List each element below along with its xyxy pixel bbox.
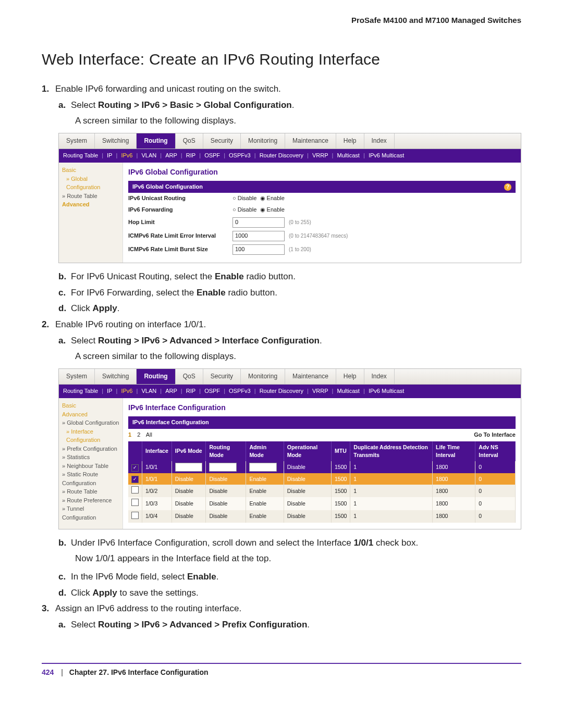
subtab-routing-table[interactable]: Routing Table	[63, 152, 98, 158]
sidebar-item[interactable]: » Tunnel Configuration	[62, 504, 119, 522]
text-input[interactable]: 1000	[232, 231, 285, 241]
sidebar-item[interactable]: » Prefix Configuration	[62, 445, 119, 453]
sidebar-item[interactable]: » Global Configuration	[62, 418, 119, 427]
subtab-ipv6[interactable]: IPv6	[121, 388, 132, 394]
dropdown[interactable]: Enable▼	[249, 463, 277, 472]
sidebar-item[interactable]: » Statistics	[62, 453, 119, 462]
subtab-rip[interactable]: RIP	[186, 388, 195, 394]
radio-disable[interactable]: ○ Disable	[232, 195, 260, 201]
tab-system[interactable]: System	[59, 369, 95, 384]
subtab-vrrp[interactable]: VRRP	[312, 388, 328, 394]
interface-table: InterfaceIPv6 ModeRouting ModeAdmin Mode…	[128, 441, 516, 523]
subtab-vlan[interactable]: VLAN	[141, 152, 156, 158]
step-3a: a.Select Routing > IPv6 > Advanced > Pre…	[58, 619, 521, 632]
tab-monitoring[interactable]: Monitoring	[241, 133, 285, 149]
tab-monitoring[interactable]: Monitoring	[241, 369, 285, 384]
subtab-vlan[interactable]: VLAN	[141, 388, 156, 394]
subtab-vrrp[interactable]: VRRP	[312, 152, 328, 158]
cell: Enable▼	[246, 461, 284, 473]
table-row[interactable]: 1/0/3DisableDisableEnableDisable15001180…	[128, 497, 516, 510]
subtab-ospfv3[interactable]: OSPFv3	[229, 152, 251, 158]
table-row[interactable]: 1/0/2DisableDisableEnableDisable15001180…	[128, 485, 516, 497]
cell: Disable	[206, 485, 246, 497]
tab-qos[interactable]: QoS	[176, 369, 203, 384]
subtab-routing-table[interactable]: Routing Table	[63, 388, 98, 394]
tab-security[interactable]: Security	[203, 133, 241, 149]
tab-index[interactable]: Index	[364, 133, 395, 149]
subtab-ospfv3[interactable]: OSPFv3	[229, 388, 251, 394]
subtab-router-discovery[interactable]: Router Discovery	[260, 388, 303, 394]
sidebar-item[interactable]: » Interface Configuration	[62, 427, 119, 445]
help-icon[interactable]: ?	[504, 183, 511, 191]
tab-system[interactable]: System	[59, 133, 95, 149]
sidebar-item[interactable]: Basic	[62, 401, 119, 410]
radio-disable[interactable]: ○ Disable	[232, 206, 260, 213]
step-3-num: 3.	[42, 602, 55, 615]
subtab-ipv6-multicast[interactable]: IPv6 Multicast	[369, 152, 404, 158]
table-row[interactable]: 1/0/4DisableDisableEnableDisable15001180…	[128, 510, 516, 523]
subtab-arp[interactable]: ARP	[165, 388, 177, 394]
col-header: Duplicate Address Detection Transmits	[350, 441, 433, 461]
row-checkbox[interactable]	[131, 499, 139, 506]
tab-switching[interactable]: Switching	[95, 369, 137, 384]
tab-help[interactable]: Help	[336, 133, 364, 149]
table-row[interactable]: 1/0/1DisableDisableEnableDisable15001180…	[128, 473, 516, 485]
cell: Disable	[172, 473, 206, 485]
radio-enable[interactable]: ◉ Enable	[260, 195, 288, 201]
dropdown[interactable]: Enable▼	[175, 463, 203, 472]
sidebar-item[interactable]: » Neighbour Table	[62, 462, 119, 471]
radio-enable[interactable]: ◉ Enable	[260, 206, 288, 213]
subtab-multicast[interactable]: Multicast	[337, 152, 360, 158]
tab-switching[interactable]: Switching	[95, 133, 137, 149]
sidebar-global-config[interactable]: » Global Configuration	[62, 175, 119, 192]
subtab-ipv6[interactable]: IPv6	[121, 152, 132, 158]
row-checkbox[interactable]	[131, 476, 139, 483]
label-2c: c.	[58, 571, 71, 584]
section-bar-label: IPv6 Interface Configuration	[132, 418, 209, 427]
tab-index[interactable]: Index	[364, 369, 395, 384]
tab-qos[interactable]: QoS	[176, 133, 203, 149]
sidebar-item[interactable]: » Route Preference	[62, 496, 119, 505]
row-checkbox[interactable]	[131, 512, 139, 519]
cell: Enable	[246, 497, 284, 510]
step-3: 3.Assign an IPv6 address to the routing …	[42, 602, 521, 631]
tab-maintenance[interactable]: Maintenance	[285, 133, 336, 149]
tab-routing[interactable]: Routing	[137, 369, 175, 384]
subtab-router-discovery[interactable]: Router Discovery	[260, 152, 303, 158]
tab-routing[interactable]: Routing	[137, 133, 175, 149]
txt: .	[320, 336, 322, 346]
ui-content: IPv6 Interface Configuration IPv6 Interf…	[123, 398, 521, 528]
subtab-rip[interactable]: RIP	[186, 152, 195, 158]
sidebar-item[interactable]: Advanced	[62, 410, 119, 419]
subtab-ip[interactable]: IP	[107, 388, 112, 394]
table-row[interactable]: 1/0/1Enable▼Enable▼Enable▼Disable1500118…	[128, 461, 516, 473]
sidebar-item[interactable]: » Static Route Configuration	[62, 470, 119, 487]
tab-maintenance[interactable]: Maintenance	[285, 369, 336, 384]
footer: 424 | Chapter 27. IPv6 Interface Configu…	[42, 668, 521, 676]
tab-help[interactable]: Help	[336, 369, 364, 384]
row-checkbox[interactable]	[131, 486, 139, 493]
pager-2[interactable]: 2	[137, 431, 140, 438]
text-input[interactable]: 0	[232, 217, 285, 228]
goto-interface[interactable]: Go To Interface	[474, 431, 516, 439]
subtab-multicast[interactable]: Multicast	[337, 388, 360, 394]
sidebar-advanced[interactable]: Advanced	[62, 200, 119, 209]
subtab-ospf[interactable]: OSPF	[204, 152, 220, 158]
field-label: ICMPv6 Rate Limit Burst Size	[128, 245, 232, 254]
sidebar-route-table[interactable]: » Route Table	[62, 192, 119, 201]
tab-security[interactable]: Security	[203, 369, 241, 384]
txt: to save the settings.	[117, 588, 199, 598]
dropdown[interactable]: Enable▼	[209, 463, 237, 472]
subtab-ipv6-multicast[interactable]: IPv6 Multicast	[369, 388, 404, 394]
subtab-ospf[interactable]: OSPF	[204, 388, 220, 394]
pager-1[interactable]: 1	[128, 431, 131, 438]
pager-all[interactable]: All	[146, 431, 152, 438]
chevron-down-icon: ▼	[230, 464, 235, 471]
subtab-ip[interactable]: IP	[107, 152, 112, 158]
sidebar-basic[interactable]: Basic	[62, 166, 119, 175]
sidebar-item[interactable]: » Route Table	[62, 487, 119, 496]
text-input[interactable]: 100	[232, 244, 285, 255]
content-title: IPv6 Global Configuration	[128, 167, 516, 177]
row-checkbox[interactable]	[131, 464, 139, 472]
subtab-arp[interactable]: ARP	[165, 152, 177, 158]
